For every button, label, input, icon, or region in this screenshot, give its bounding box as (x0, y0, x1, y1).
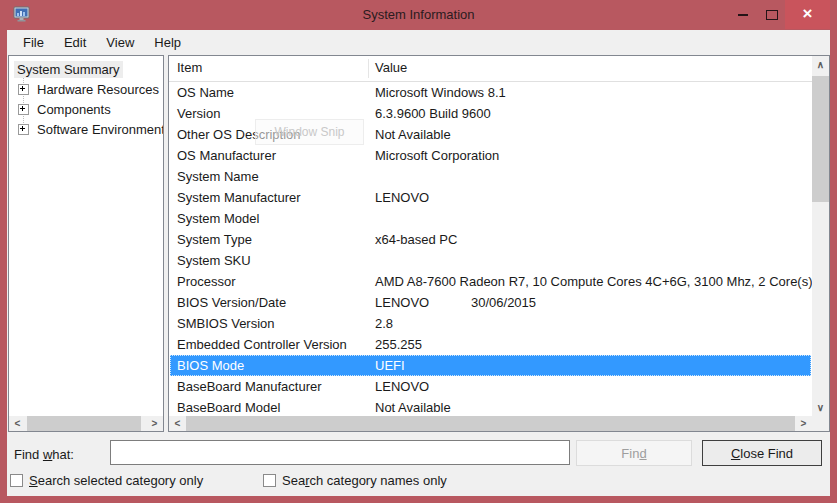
cell-item: System Name (177, 169, 259, 184)
cell-value: x64-based PC (375, 232, 457, 247)
minimize-button[interactable] (728, 0, 758, 29)
cell-value-secondary: 30/06/2015 (471, 295, 536, 310)
menu-item[interactable]: Edit (54, 32, 96, 54)
category-tree-panel: System Summary Hardware Resources Compon… (8, 55, 164, 432)
column-header-item[interactable]: Item (177, 60, 202, 75)
scroll-left-icon[interactable]: < (169, 416, 186, 431)
cell-item: Embedded Controller Version (177, 337, 347, 352)
table-row[interactable]: OS Name Microsoft Windows 8.1 (170, 82, 811, 103)
menu-item[interactable]: View (96, 32, 144, 54)
cell-value: LENOVO (375, 379, 429, 394)
menu-item[interactable]: File (13, 32, 54, 54)
scroll-left-icon[interactable]: < (9, 416, 26, 431)
expand-plus-icon[interactable] (18, 104, 29, 115)
cell-item: System Manufacturer (177, 190, 301, 205)
menu-item[interactable]: Help (144, 32, 191, 54)
cell-value: 255.255 (375, 337, 422, 352)
tree-item[interactable]: System Summary (9, 59, 163, 79)
cell-item: SMBIOS Version (177, 316, 275, 331)
cell-item: Version (177, 106, 220, 121)
checkbox-label: Search category names only (282, 473, 447, 488)
cell-value: 2.8 (375, 316, 393, 331)
list-header[interactable]: Item Value (169, 56, 812, 82)
cell-value: UEFI (375, 358, 405, 373)
tree-horizontal-scrollbar[interactable]: < > (9, 416, 163, 431)
category-tree: System Summary Hardware Resources Compon… (9, 59, 163, 139)
find-what-label: Find what: (14, 447, 74, 462)
table-row[interactable]: System SKU (170, 250, 811, 271)
find-input[interactable] (110, 440, 570, 465)
checkbox-label: Search selected category only (29, 473, 203, 488)
cell-value: Microsoft Corporation (375, 148, 499, 163)
table-row[interactable]: Embedded Controller Version 255.255 (170, 334, 811, 355)
close-icon: × (803, 5, 813, 22)
maximize-button[interactable] (758, 0, 786, 29)
cell-value: 6.3.9600 Build 9600 (375, 106, 491, 121)
cell-item: BIOS Version/Date (177, 295, 286, 310)
table-row[interactable]: BaseBoard Model Not Available (170, 397, 811, 418)
scroll-up-icon[interactable]: ∧ (812, 56, 829, 73)
tree-item-label: System Summary (14, 61, 123, 78)
cell-item: OS Name (177, 85, 234, 100)
scroll-right-icon[interactable]: > (146, 416, 163, 431)
scroll-thumb[interactable] (186, 416, 795, 431)
scroll-thumb[interactable] (27, 416, 141, 431)
cell-value: Not Available (375, 127, 451, 142)
titlebar[interactable]: System Information × (0, 0, 837, 30)
scrollbar-corner (812, 416, 829, 431)
tree-item-label: Software Environment (34, 121, 163, 138)
cell-item: System Type (177, 232, 252, 247)
menubar: File Edit View Help (7, 30, 830, 55)
close-find-button[interactable]: Close Find (702, 440, 822, 466)
expand-plus-icon[interactable] (18, 84, 29, 95)
details-list-panel: Item Value OS Name Microsoft Windows 8.1… (168, 55, 830, 432)
cell-value: Not Available (375, 400, 451, 415)
tree-item-label: Hardware Resources (34, 81, 162, 98)
scroll-thumb[interactable] (812, 76, 829, 202)
tree-item[interactable]: Components (9, 99, 163, 119)
checkbox-icon[interactable] (10, 474, 23, 487)
cell-item: OS Manufacturer (177, 148, 276, 163)
table-row[interactable]: Processor AMD A8-7600 Radeon R7, 10 Comp… (170, 271, 811, 292)
expand-plus-icon[interactable] (18, 124, 29, 135)
cell-item: BaseBoard Manufacturer (177, 379, 322, 394)
find-button[interactable]: Find (576, 440, 692, 466)
checkbox-search-category-names[interactable]: Search category names only (263, 473, 447, 488)
tree-item-label: Components (34, 101, 114, 118)
table-row[interactable]: System Name (170, 166, 811, 187)
minimize-icon (738, 14, 748, 16)
scroll-right-icon[interactable]: > (795, 416, 812, 431)
cell-value: Microsoft Windows 8.1 (375, 85, 506, 100)
table-row[interactable]: BaseBoard Manufacturer LENOVO (170, 376, 811, 397)
tree-item[interactable]: Software Environment (9, 119, 163, 139)
cell-item: BIOS Mode (177, 358, 244, 373)
cell-item: System Model (177, 211, 259, 226)
cell-value: LENOVO (375, 295, 429, 310)
table-row[interactable]: System Model (170, 208, 811, 229)
table-row[interactable]: System Manufacturer LENOVO (170, 187, 811, 208)
scroll-down-icon[interactable]: ∨ (812, 399, 829, 416)
close-button[interactable]: × (785, 0, 830, 29)
checkbox-search-selected-category[interactable]: Search selected category only (10, 473, 203, 488)
table-row[interactable]: System Type x64-based PC (170, 229, 811, 250)
window-snip-ghost: Window Snip (255, 119, 364, 145)
tree-item[interactable]: Hardware Resources (9, 79, 163, 99)
system-information-window: System Information × File Edit View Help… (0, 0, 837, 503)
column-header-value[interactable]: Value (375, 60, 407, 75)
column-separator[interactable] (368, 59, 369, 78)
checkbox-icon[interactable] (263, 474, 276, 487)
table-row[interactable]: OS Manufacturer Microsoft Corporation (170, 145, 811, 166)
window-title: System Information (0, 7, 837, 22)
table-row[interactable]: BIOS Mode UEFI (170, 355, 811, 376)
cell-item: BaseBoard Model (177, 400, 280, 415)
cell-value: LENOVO (375, 190, 429, 205)
table-row[interactable]: SMBIOS Version 2.8 (170, 313, 811, 334)
cell-value: AMD A8-7600 Radeon R7, 10 Compute Cores … (375, 274, 813, 289)
cell-item: Processor (177, 274, 236, 289)
list-horizontal-scrollbar[interactable]: < > (169, 416, 812, 431)
maximize-icon (766, 10, 778, 20)
table-row[interactable]: BIOS Version/Date LENOVO 30/06/2015 (170, 292, 811, 313)
cell-item: System SKU (177, 253, 251, 268)
vertical-scrollbar[interactable]: ∧ ∨ (812, 56, 829, 416)
